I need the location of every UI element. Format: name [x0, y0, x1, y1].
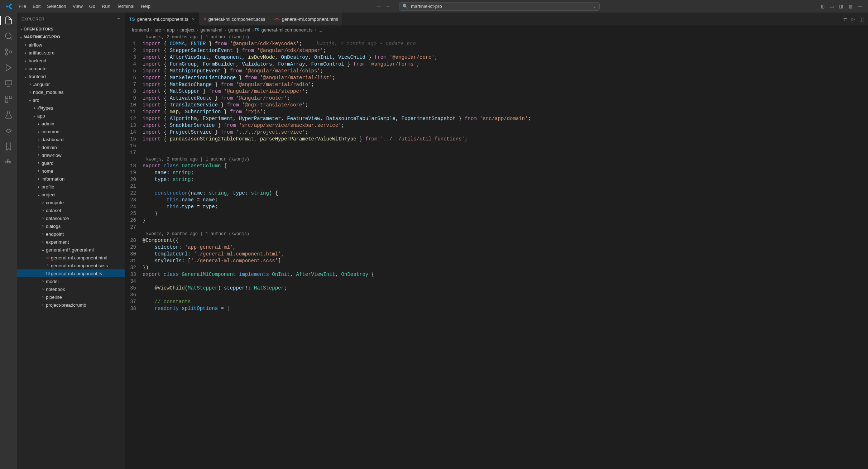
tree-folder[interactable]: ⌄src: [17, 96, 125, 104]
breadcrumb-seg[interactable]: frontend: [130, 27, 150, 33]
tree-folder[interactable]: ›home: [17, 167, 125, 175]
tree-item-label: guard: [42, 161, 53, 166]
breadcrumb-seg[interactable]: project: [179, 27, 196, 33]
menu-go[interactable]: Go: [86, 2, 98, 10]
tree-folder[interactable]: ›dashboard: [17, 135, 125, 143]
ts-file-icon: TS: [129, 16, 135, 22]
menu-help[interactable]: Help: [138, 2, 153, 10]
compare-icon[interactable]: ⇄: [843, 16, 847, 22]
tree-folder[interactable]: ›model: [17, 277, 125, 285]
svg-rect-6: [5, 81, 12, 85]
menu-file[interactable]: File: [16, 2, 29, 10]
breadcrumb-seg[interactable]: general-ml.component.ts: [260, 27, 314, 33]
tree-folder[interactable]: ›admin: [17, 120, 125, 128]
breadcrumbs[interactable]: frontend› src› app› project› general-ml›…: [125, 25, 868, 34]
breadcrumb-seg[interactable]: app: [166, 27, 176, 33]
explorer-icon[interactable]: [4, 16, 13, 25]
chevron-right-icon: ›: [40, 224, 46, 229]
source-control-icon[interactable]: [4, 48, 13, 56]
remote-explorer-icon[interactable]: [4, 79, 13, 88]
breadcrumb-seg[interactable]: general-ml: [227, 27, 251, 33]
tab-html[interactable]: <> general-ml.component.html: [270, 13, 343, 25]
tree-folder[interactable]: ›project-breadcrumb: [17, 301, 125, 309]
docker-icon[interactable]: [4, 158, 13, 167]
tree-folder[interactable]: ›@types: [17, 104, 125, 112]
tree-folder[interactable]: ›airflow: [17, 41, 125, 49]
breadcrumb-seg[interactable]: ...: [317, 27, 324, 33]
search-activity-icon[interactable]: [4, 32, 13, 40]
tree-folder[interactable]: ›node_modules: [17, 88, 125, 96]
menu-terminal[interactable]: Terminal: [114, 2, 137, 10]
tree-folder[interactable]: ›experiment: [17, 238, 125, 246]
testing-icon[interactable]: [4, 111, 13, 119]
open-editors-label: OPEN EDITORS: [24, 27, 53, 31]
close-icon[interactable]: ×: [192, 16, 195, 22]
codelens[interactable]: kwonjs, 2 months ago | 1 author (kwonjs): [125, 34, 868, 40]
tree-folder[interactable]: ›.angular: [17, 80, 125, 88]
tree-folder[interactable]: ›artifact-store: [17, 49, 125, 57]
tree-folder[interactable]: ›profile: [17, 183, 125, 191]
layout-sidebar-left-icon[interactable]: ◧: [820, 4, 825, 9]
breadcrumb-seg[interactable]: general-ml: [199, 27, 224, 33]
tree-folder[interactable]: ›common: [17, 128, 125, 135]
run-icon[interactable]: ▷: [852, 16, 855, 22]
project-section[interactable]: ⌄ MARTINIE-ICT-PRO: [17, 33, 125, 41]
menu-edit[interactable]: Edit: [30, 2, 43, 10]
menu-view[interactable]: View: [70, 2, 86, 10]
tree-folder[interactable]: ›compute: [17, 64, 125, 72]
run-debug-icon[interactable]: [4, 63, 13, 72]
tree-item-label: general-ml.component.ts: [51, 271, 102, 276]
layout-panel-icon[interactable]: ▭: [830, 4, 834, 9]
tree-file[interactable]: #general-ml.component.scss: [17, 262, 125, 269]
chevron-down-icon: ⌄: [27, 97, 33, 102]
nav-back-icon[interactable]: ←: [377, 4, 381, 9]
tab-label: general-ml.component.html: [282, 16, 339, 22]
tree-file[interactable]: <>general-ml.component.html: [17, 254, 125, 262]
split-icon[interactable]: ◫: [859, 16, 864, 22]
tree-folder[interactable]: ›endpoint: [17, 230, 125, 238]
tree-folder[interactable]: ›pipeline: [17, 293, 125, 301]
tree-folder[interactable]: ⌄general-ml \ general-ml: [17, 246, 125, 254]
tree-folder[interactable]: ›compute: [17, 198, 125, 206]
minimize-icon[interactable]: —: [858, 4, 862, 9]
tree-item-label: @types: [37, 105, 53, 111]
tree-item-label: compute: [29, 66, 47, 71]
menu-selection[interactable]: Selection: [44, 2, 69, 10]
tree-folder[interactable]: ›domain: [17, 143, 125, 151]
tree-folder[interactable]: ⌄frontend: [17, 72, 125, 80]
menu-run[interactable]: Run: [99, 2, 113, 10]
tree-item-label: project: [42, 192, 56, 197]
tree-folder[interactable]: ›draw-flow: [17, 151, 125, 159]
tree-folder[interactable]: ⌄project: [17, 191, 125, 198]
open-editors-section[interactable]: › OPEN EDITORS: [17, 25, 125, 33]
aws-icon[interactable]: [4, 126, 13, 135]
tree-folder[interactable]: ›information: [17, 175, 125, 183]
tree-folder[interactable]: ›dialogs: [17, 222, 125, 230]
chevron-down-icon[interactable]: ⌄: [593, 4, 596, 9]
editor-actions: ⇄ ▷ ◫: [843, 16, 868, 22]
tree-folder[interactable]: ›guard: [17, 159, 125, 167]
tree-folder[interactable]: ›datasource: [17, 214, 125, 222]
layout-sidebar-right-icon[interactable]: ◨: [839, 4, 843, 9]
code-editor[interactable]: kwonjs, 2 months ago | 1 author (kwonjs)…: [125, 34, 868, 469]
bookmark-icon[interactable]: [4, 142, 13, 151]
chevron-right-icon: ›: [23, 58, 29, 63]
tree-item-label: domain: [42, 145, 57, 150]
tree-file[interactable]: TSgeneral-ml.component.ts: [17, 269, 125, 277]
sidebar-more-icon[interactable]: ⋯: [116, 16, 121, 21]
codelens[interactable]: kwonjs, 2 months ago | 1 author (kwonjs): [125, 156, 868, 163]
codelens[interactable]: kwonjs, 2 months ago | 1 author (kwonjs): [125, 231, 868, 237]
chevron-down-icon: ⌄: [19, 35, 24, 39]
tab-scss[interactable]: # general-ml.component.scss: [199, 13, 270, 25]
tree-folder[interactable]: ›notebook: [17, 285, 125, 293]
tab-ts[interactable]: TS general-ml.component.ts ×: [125, 13, 199, 25]
tree-folder[interactable]: ⌄app: [17, 112, 125, 120]
tree-folder[interactable]: ›dataset: [17, 206, 125, 214]
layout-customize-icon[interactable]: ▦: [848, 4, 853, 9]
tree-folder[interactable]: ›backend: [17, 57, 125, 64]
command-center[interactable]: 🔍 martinie-ict-pro ⌄: [399, 2, 600, 11]
nav-forward-icon[interactable]: →: [385, 4, 390, 9]
chevron-right-icon: ›: [23, 50, 29, 55]
extensions-icon[interactable]: [4, 95, 13, 104]
breadcrumb-seg[interactable]: src: [153, 27, 162, 33]
